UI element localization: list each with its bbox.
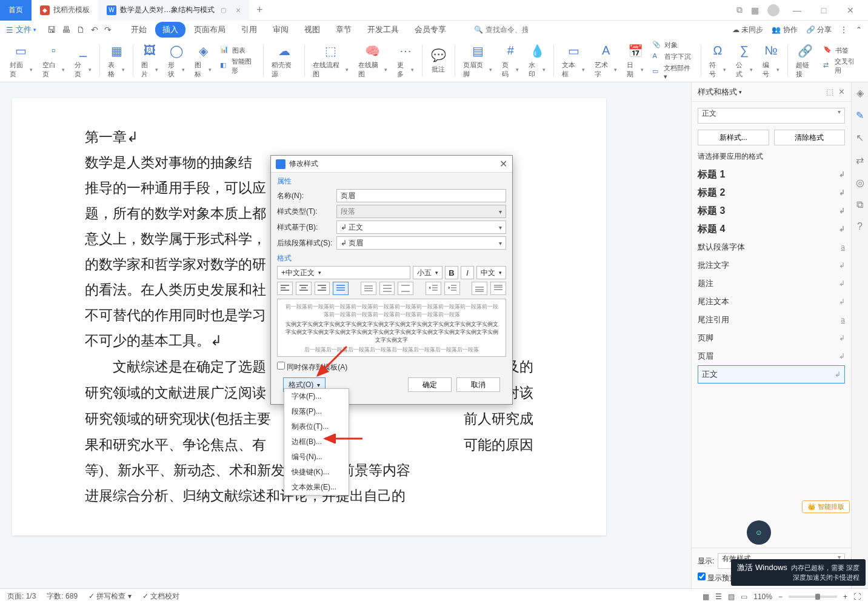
new-style-button[interactable]: 新样式... bbox=[698, 130, 769, 145]
format-menu-边框(B)...[interactable]: 边框(B)... bbox=[284, 434, 349, 450]
zoom-in-icon[interactable]: + bbox=[843, 592, 847, 601]
layout-icon[interactable]: ⧉ bbox=[736, 5, 743, 15]
ribbon-在线流程图[interactable]: ⬚在线流程图▾ bbox=[309, 42, 352, 79]
menu-tab-开始[interactable]: 开始 bbox=[124, 22, 154, 38]
linespace-2-button[interactable] bbox=[398, 282, 413, 295]
sync-status[interactable]: ☁ 未同步 bbox=[732, 25, 763, 35]
ok-button[interactable]: 确定 bbox=[408, 377, 452, 392]
tool-pen-icon[interactable]: ✎ bbox=[856, 110, 864, 121]
spell-check[interactable]: ✓ 拼写检查 ▾ bbox=[88, 591, 132, 602]
ribbon-稻壳资源[interactable]: ☁稻壳资源 bbox=[268, 42, 300, 79]
coop-button[interactable]: 👥 协作 bbox=[772, 25, 797, 35]
tool-diamond-icon[interactable]: ◈ bbox=[856, 87, 864, 99]
dialog-close-button[interactable]: ✕ bbox=[499, 158, 507, 170]
minimize-button[interactable]: — bbox=[788, 5, 806, 15]
doc-proof[interactable]: ✓ 文档校对 bbox=[142, 591, 179, 602]
align-center-button[interactable] bbox=[296, 282, 312, 295]
para-before-button[interactable] bbox=[472, 282, 487, 295]
qat-save-icon[interactable]: 🖫 bbox=[47, 25, 56, 35]
style-item-标题 1[interactable]: 标题 1↲ bbox=[698, 165, 845, 184]
size-select[interactable]: 小五▾ bbox=[413, 266, 442, 279]
current-style-select[interactable]: 正文▾ bbox=[698, 108, 845, 124]
ribbon-形状[interactable]: ◯形状▾ bbox=[164, 42, 189, 79]
cancel-button[interactable]: 取消 bbox=[456, 377, 500, 392]
format-menu-字体(F)...[interactable]: 字体(F)... bbox=[284, 389, 349, 404]
ribbon-日期[interactable]: 📅日期▾ bbox=[623, 42, 647, 79]
menu-tab-章节[interactable]: 章节 bbox=[329, 22, 359, 38]
align-right-button[interactable] bbox=[315, 282, 330, 295]
indent-dec-button[interactable] bbox=[426, 282, 441, 295]
bold-button[interactable]: B bbox=[445, 266, 458, 279]
align-left-button[interactable] bbox=[277, 282, 293, 295]
style-item-页眉[interactable]: 页眉↲ bbox=[698, 347, 845, 365]
avatar-icon[interactable] bbox=[767, 4, 780, 16]
view-outline-icon[interactable]: ▤ bbox=[728, 592, 735, 601]
ribbon-文本框[interactable]: ▭文本框▾ bbox=[558, 42, 589, 79]
style-item-标题 3[interactable]: 标题 3↲ bbox=[698, 202, 845, 220]
maximize-button[interactable]: □ bbox=[815, 5, 833, 15]
menu-tab-引用[interactable]: 引用 bbox=[234, 22, 264, 38]
tool-target-icon[interactable]: ◎ bbox=[856, 177, 864, 188]
menu-tab-开发工具[interactable]: 开发工具 bbox=[360, 22, 406, 38]
qat-undo-icon[interactable]: ↶ bbox=[91, 25, 98, 35]
style-item-题注[interactable]: 题注↲ bbox=[698, 274, 845, 293]
menu-tab-插入[interactable]: 插入 bbox=[155, 22, 185, 38]
view-web-icon[interactable]: ☰ bbox=[715, 592, 722, 601]
ribbon-艺术字[interactable]: A艺术字▾ bbox=[591, 42, 621, 79]
format-menu-快捷键(K)...[interactable]: 快捷键(K)... bbox=[284, 465, 349, 480]
ribbon-封面页[interactable]: ▭封面页▾ bbox=[6, 42, 36, 79]
format-menu-文本效果(E)...[interactable]: 文本效果(E)... bbox=[284, 480, 349, 495]
view-print-icon[interactable]: ▦ bbox=[703, 592, 709, 601]
style-item-标题 4[interactable]: 标题 4↲ bbox=[698, 220, 845, 238]
share-button[interactable]: 🔗 分享 bbox=[806, 25, 832, 35]
apps-icon[interactable]: ▦ bbox=[751, 5, 759, 15]
menu-tab-会员专享[interactable]: 会员专享 bbox=[407, 22, 453, 38]
fullscreen-icon[interactable]: ⛶ bbox=[853, 592, 861, 601]
style-item-批注文字[interactable]: 批注文字↲ bbox=[698, 256, 845, 274]
panel-close-icon[interactable]: ✕ bbox=[838, 87, 845, 96]
font-select[interactable]: +中文正文▾ bbox=[277, 266, 410, 279]
ribbon-空白页[interactable]: ▫空白页▾ bbox=[39, 42, 69, 79]
close-button[interactable]: ✕ bbox=[841, 5, 860, 15]
ribbon-符号[interactable]: Ω符号▾ bbox=[706, 42, 730, 79]
ribbon-公式[interactable]: ∑公式▾ bbox=[732, 42, 756, 79]
zoom-slider[interactable] bbox=[789, 596, 837, 598]
based-on-select[interactable]: ↲ 正文▾ bbox=[336, 221, 506, 234]
para-after-button[interactable] bbox=[490, 282, 506, 295]
menu-tab-页面布局[interactable]: 页面布局 bbox=[187, 22, 233, 38]
indent-inc-button[interactable] bbox=[444, 282, 460, 295]
save-template-checkbox[interactable]: 同时保存到模板(A) bbox=[277, 363, 347, 371]
tab-close-icon[interactable]: × bbox=[236, 5, 241, 15]
menu-tab-视图[interactable]: 视图 bbox=[297, 22, 327, 38]
align-justify-button[interactable] bbox=[333, 282, 349, 295]
ribbon-表格[interactable]: ▦表格▾ bbox=[104, 42, 129, 79]
ribbon-small-group[interactable]: 📎对象A首字下沉▭文档部件 ▾ bbox=[650, 41, 696, 81]
template-tab[interactable]: ◆找稻壳模板 bbox=[32, 0, 98, 21]
lang-select[interactable]: 中文▾ bbox=[476, 266, 506, 279]
qat-print-icon[interactable]: 🖶 bbox=[62, 25, 70, 35]
ribbon-small-group[interactable]: 🔖书签⇄交叉引用 bbox=[821, 45, 862, 75]
pin-icon[interactable]: ⬚ bbox=[826, 87, 833, 96]
view-read-icon[interactable]: ▭ bbox=[741, 592, 747, 601]
ribbon-small-group[interactable]: 📊图表◧智能图形 bbox=[218, 45, 259, 75]
tool-screen-icon[interactable]: ⧉ bbox=[856, 199, 863, 210]
ribbon-分页[interactable]: ⎯分页▾ bbox=[71, 42, 95, 79]
command-search-input[interactable] bbox=[486, 25, 528, 34]
qat-redo-icon[interactable]: ↷ bbox=[104, 25, 112, 35]
ribbon-编号[interactable]: №编号▾ bbox=[759, 42, 783, 79]
zoom-out-icon[interactable]: − bbox=[778, 592, 783, 601]
doc-line[interactable]: 第一章↲ bbox=[85, 125, 533, 150]
ribbon-批注[interactable]: 💬批注 bbox=[426, 47, 450, 74]
ribbon-页码[interactable]: #页码▾ bbox=[498, 42, 522, 79]
word-count[interactable]: 字数: 689 bbox=[47, 591, 78, 602]
style-item-正文[interactable]: 正文↲ bbox=[698, 365, 845, 383]
ribbon-在线脑图[interactable]: 🧠在线脑图▾ bbox=[355, 42, 391, 79]
tool-help-icon[interactable]: ? bbox=[857, 221, 863, 232]
style-item-尾注引用[interactable]: 尾注引用a bbox=[698, 311, 845, 329]
qat-preview-icon[interactable]: 🗋 bbox=[76, 25, 85, 35]
ribbon-超链接[interactable]: 🔗超链接 bbox=[792, 42, 818, 79]
tab-menu-icon[interactable]: ▢ bbox=[221, 7, 226, 13]
clear-format-button[interactable]: 清除格式 bbox=[774, 130, 846, 145]
format-menu-编号(N)...[interactable]: 编号(N)... bbox=[284, 450, 349, 465]
format-menu-段落(P)...[interactable]: 段落(P)... bbox=[284, 404, 349, 419]
